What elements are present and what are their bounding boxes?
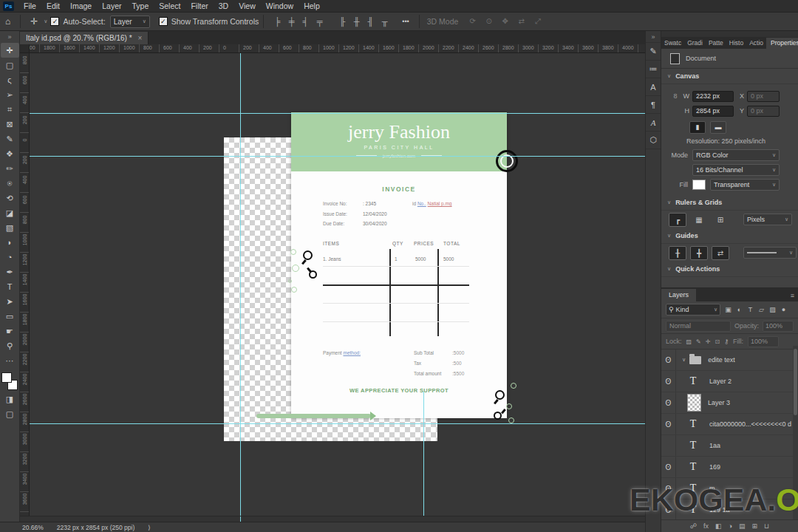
menu-3d[interactable]: 3D	[214, 1, 233, 10]
3d-slide-icon[interactable]: ⇄	[514, 17, 528, 26]
paragraph-panel-icon[interactable]: ¶	[646, 96, 661, 114]
3d-scale-icon[interactable]: ⤢	[531, 17, 545, 26]
glyphs-panel-icon[interactable]: A	[646, 114, 661, 132]
height-field[interactable]: 2854 px	[692, 106, 734, 117]
quick-actions-section-header[interactable]: ∨ Quick Actions	[661, 262, 798, 277]
tab-layers[interactable]: Layers	[661, 289, 696, 301]
type-layer-icon[interactable]: T	[683, 440, 703, 451]
layer-row[interactable]: ʘT169	[661, 457, 798, 478]
distribute-left-icon[interactable]: ╟	[336, 17, 349, 26]
crop-tool[interactable]: ⌗	[1, 102, 19, 117]
fill-dropdown[interactable]: Transparent∨	[710, 179, 780, 191]
fill-swatch[interactable]	[692, 180, 706, 190]
guides-toggle-icon[interactable]: ╂	[669, 246, 686, 260]
adjustment-layer-icon[interactable]: ◑	[729, 522, 732, 530]
width-field[interactable]: 2232 px	[692, 91, 734, 102]
filter-shape-layers-icon[interactable]: ▱	[756, 306, 767, 313]
align-top-edges-icon[interactable]: ╤	[313, 17, 326, 26]
tab-properties[interactable]: Properties	[766, 38, 798, 49]
menu-select[interactable]: Select	[154, 1, 185, 10]
ruler-toggle-icon[interactable]: ┏	[669, 213, 686, 227]
layer-row[interactable]: T1aa	[661, 435, 798, 457]
canvas-section-header[interactable]: ∨ Canvas	[661, 69, 798, 84]
edit-toolbar-icon[interactable]: ⋯	[1, 353, 19, 368]
link-dimensions-icon[interactable]: 8	[672, 92, 679, 100]
character-panel-icon[interactable]: A	[646, 78, 661, 96]
screen-mode-icon[interactable]: ▢	[1, 406, 19, 421]
color-mode-dropdown[interactable]: RGB Color∨	[692, 149, 780, 161]
ruler-units-dropdown[interactable]: Pixels∨	[743, 214, 792, 225]
layer-row[interactable]: ʘ∨edite text	[661, 349, 798, 371]
history-brush-tool[interactable]: ⟲	[1, 191, 19, 205]
path-selection-tool[interactable]: ➤	[1, 294, 19, 309]
menu-view[interactable]: View	[233, 1, 261, 10]
pixel-grid-toggle-icon[interactable]: ⊞	[712, 213, 729, 227]
link-layers-icon[interactable]: ☍	[690, 522, 697, 530]
opacity-field[interactable]: 100%	[763, 321, 794, 332]
landscape-orientation-icon[interactable]: ▬	[710, 121, 726, 134]
layer-visibility-toggle[interactable]: ʘ	[661, 414, 676, 434]
layer-thumbnail[interactable]	[687, 394, 701, 412]
3d-panel-icon[interactable]: ⬡	[646, 132, 661, 149]
hand-tool[interactable]: ☛	[1, 324, 19, 338]
layer-group-icon[interactable]: ▤	[739, 522, 746, 530]
filter-adjustment-layers-icon[interactable]: ◐	[734, 306, 745, 313]
blur-tool[interactable]: ◗	[1, 235, 19, 250]
align-left-edges-icon[interactable]: ╞	[271, 17, 284, 26]
3d-pan-icon[interactable]: ✥	[498, 17, 512, 26]
marquee-tool[interactable]: ▢	[1, 58, 19, 72]
lock-pixels-icon[interactable]: ✎	[696, 338, 701, 345]
show-transform-checkbox[interactable]: ✓	[159, 17, 168, 26]
menu-edit[interactable]: Edit	[41, 1, 65, 10]
document-tab[interactable]: Italy id.psd @ 20.7% (RGB/16) * ×	[20, 32, 149, 44]
tab-actio[interactable]: Actio	[746, 38, 766, 49]
layer-name[interactable]: edite text	[708, 356, 735, 364]
type-layer-icon[interactable]: T	[683, 418, 703, 430]
eraser-tool[interactable]: ◪	[1, 205, 19, 220]
auto-select-checkbox[interactable]: ✓	[50, 17, 59, 26]
healing-brush-tool[interactable]: ❖	[1, 146, 19, 161]
filter-pixel-layers-icon[interactable]: ▣	[723, 306, 734, 313]
foreground-color-swatch[interactable]	[1, 372, 12, 383]
menu-type[interactable]: Type	[126, 1, 154, 10]
group-expand-icon[interactable]: ∨	[682, 357, 686, 363]
layer-visibility-toggle[interactable]	[661, 435, 676, 456]
menu-window[interactable]: Window	[261, 1, 299, 10]
lock-all-icon[interactable]: ⚷	[724, 338, 729, 345]
brushes-icon[interactable]: ≔	[646, 61, 661, 78]
3d-roll-icon[interactable]: ⊙	[482, 17, 496, 26]
lock-position-icon[interactable]: ✛	[706, 338, 711, 345]
distribute-right-icon[interactable]: ╢	[364, 17, 377, 26]
zoom-tool[interactable]: ⚲	[1, 338, 19, 353]
layer-visibility-toggle[interactable]: ʘ	[661, 457, 676, 477]
tab-gradi[interactable]: Gradi	[684, 38, 706, 49]
guides-section-header[interactable]: ∨ Guides	[661, 228, 798, 244]
layer-visibility-toggle[interactable]: ʘ	[661, 371, 676, 392]
filter-type-layers-icon[interactable]: T	[745, 306, 756, 313]
layer-row[interactable]: ʘTLayer 2	[661, 371, 798, 392]
delete-layer-icon[interactable]: ⊔	[764, 522, 769, 530]
close-icon[interactable]: ×	[138, 34, 143, 42]
zoom-level[interactable]: 20.66%	[22, 524, 44, 531]
distribute-centers-icon[interactable]: ╫	[350, 17, 363, 26]
3d-orbit-icon[interactable]: ⟳	[466, 17, 480, 26]
panel-menu-icon[interactable]: ≡	[787, 292, 798, 301]
align-horizontal-centers-icon[interactable]: ╪	[285, 17, 298, 26]
menu-filter[interactable]: Filter	[185, 1, 213, 10]
layer-row[interactable]: ʘTcita0000000...<<<<<<<<0 d	[661, 414, 798, 435]
grid-toggle-icon[interactable]: ▦	[690, 213, 708, 227]
dodge-tool[interactable]: ◔	[1, 250, 19, 265]
quick-mask-icon[interactable]: ◨	[1, 392, 19, 406]
layer-name[interactable]: Layer 3	[708, 399, 730, 406]
align-right-edges-icon[interactable]: ╡	[299, 17, 312, 26]
blend-mode-dropdown[interactable]: Normal	[666, 321, 731, 332]
bit-depth-dropdown[interactable]: 16 Bits/Channel∨	[692, 164, 780, 176]
brush-settings-icon[interactable]: ✎	[646, 43, 661, 61]
guide-style-dropdown[interactable]: ∨	[743, 247, 797, 259]
lock-transparency-icon[interactable]: ▨	[686, 338, 692, 345]
filter-toggle-icon[interactable]: ●	[778, 306, 789, 313]
rulers-grids-section-header[interactable]: ∨ Rulers & Grids	[661, 195, 798, 211]
move-tool-icon[interactable]: ✛	[25, 16, 43, 27]
type-tool[interactable]: T	[1, 279, 19, 294]
type-layer-icon[interactable]: T	[683, 375, 703, 387]
